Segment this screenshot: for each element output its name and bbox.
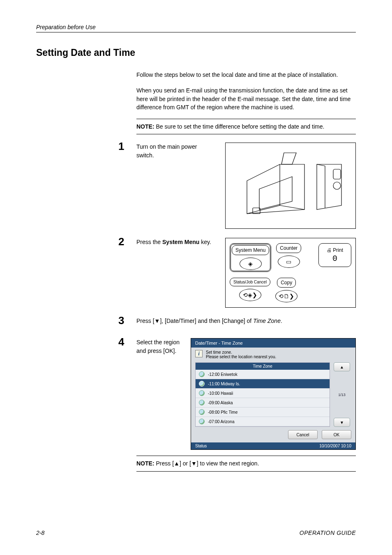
timezone-list-header: Time Zone [196,363,330,370]
step-2: 2 Press the System Menu key. System Menu… [136,238,356,308]
counter-oval-icon: ▭ [278,256,300,268]
status-oval-icon: ⟲◈❯ [239,289,261,301]
svg-rect-1 [333,169,341,179]
print-counter-zero: 0 [332,254,337,263]
step-number: 3 [118,314,124,327]
timezone-row[interactable]: -07:00 Arizona [196,417,330,426]
note-label: NOTE: [136,123,154,130]
globe-icon [199,409,205,415]
step-number: 1 [118,140,124,153]
page-indicator: 1/13 [338,393,346,397]
copy-oval-icon: ⟲🗋❯ [275,290,297,302]
printer-lineart-svg [231,148,351,224]
cancel-button[interactable]: Cancel [288,430,318,439]
running-head: Preparation before Use [36,24,356,32]
svg-point-2 [333,182,341,189]
note-box-1: NOTE: Be sure to set the time difference… [136,119,356,134]
timezone-list[interactable]: Time Zone -12:00 Eniwetok -11:00 Midway … [195,362,330,427]
dialog-titlebar: Date/Timer - Time Zone [191,339,355,348]
dialog-instructions: Set time zone. Please select the locatio… [206,350,276,359]
intro-paragraph-2: When you send an E-mail using the transm… [136,86,356,111]
globe-icon [199,419,205,424]
step-4-text: Select the region and press [OK]. [136,338,185,355]
control-panel-illustration: System Menu ◈ Counter ▭ 🖨 Print [225,238,356,308]
step-1: 1 Turn on the main power switch. [136,143,356,229]
status-job-cancel-key: Status/Job Cancel [230,278,270,286]
globe-icon [199,390,205,396]
copy-key: Copy [277,278,296,288]
guide-label: OPERATION GUIDE [300,530,356,536]
system-menu-oval-icon: ◈ [240,258,262,270]
note-text: Be sure to set the time difference befor… [154,123,325,130]
page-number: 2-8 [36,530,44,536]
timezone-row-selected[interactable]: -11:00 Midway Is. [196,379,330,389]
note-label: NOTE: [136,460,154,467]
timezone-row[interactable]: -10:00 Hawaii [196,389,330,398]
step-number: 4 [118,336,124,348]
section-title: Setting Date and Time [36,47,356,58]
counter-key: Counter [276,243,301,253]
printer-illustration [225,143,356,229]
ok-button[interactable]: OK [322,430,351,439]
step-3-text: Press [▼], [Date/Timer] and then [Change… [136,317,356,325]
globe-icon [199,371,205,377]
system-menu-highlight: System Menu ◈ [230,243,271,272]
globe-icon [199,381,205,387]
note-box-2: NOTE: Press [▲] or [▼] to view the next … [136,456,356,471]
system-menu-key: System Menu [232,245,269,255]
statusbar-datetime: 10/10/2007 10:10 [319,444,351,448]
statusbar-status: Status [195,444,207,448]
step-3: 3 Press [▼], [Date/Timer] and then [Chan… [136,317,356,329]
dialog-statusbar: Status 10/10/2007 10:10 [191,442,355,449]
scroll-up-button[interactable]: ▲ [334,362,350,371]
step-4: 4 Select the region and press [OK]. Date… [136,338,356,450]
globe-icon [199,400,205,405]
timezone-row[interactable]: -09:00 Alaska [196,398,330,408]
step-2-text: Press the System Menu key. [136,238,217,246]
step-number: 2 [118,235,124,248]
timezone-dialog: Date/Timer - Time Zone i Set time zone. … [191,338,356,450]
timezone-row[interactable]: -08:00 Pfic Time [196,408,330,417]
timezone-row[interactable]: -12:00 Eniwetok [196,370,330,379]
intro-paragraph-1: Follow the steps below to set the local … [136,71,356,79]
page-footer: 2-8 OPERATION GUIDE [36,530,356,536]
info-icon: i [195,350,203,357]
step-1-text: Turn on the main power switch. [136,143,202,159]
print-indicator: 🖨 Print 0 [318,243,351,267]
scroll-down-button[interactable]: ▼ [334,418,350,427]
